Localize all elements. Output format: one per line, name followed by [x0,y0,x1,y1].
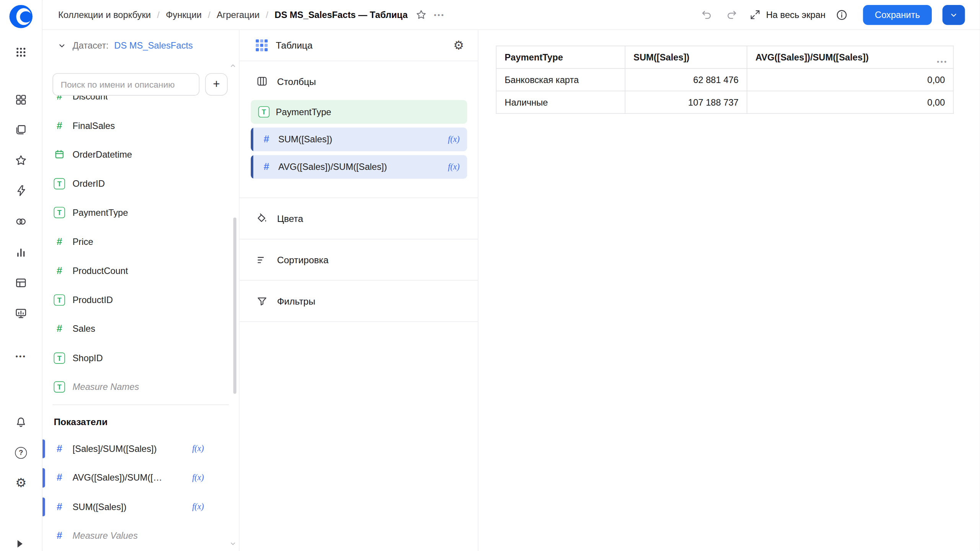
measure-field-icon: # [54,443,65,454]
measure-row[interactable]: # SUM([Sales]) f(x) [42,492,239,521]
save-button[interactable]: Сохранить [863,5,932,24]
dataset-collapse-icon[interactable] [57,41,67,51]
datalens-app: ••• ? ⚙ Коллекции и воркбуки / Функции /… [0,0,980,551]
undo-icon[interactable] [698,6,715,24]
field-row-price[interactable]: # Price [42,227,239,256]
apps-grid-icon[interactable] [11,43,30,61]
favorite-star-icon[interactable] [413,6,430,24]
measure-name: AVG([Sales])/SUM([… [72,473,162,483]
formula-icon[interactable]: f(x) [192,502,204,512]
tables-icon[interactable] [11,274,30,292]
formula-icon[interactable]: f(x) [192,443,204,453]
fullscreen-button[interactable]: На весь экран [748,6,825,24]
chart-preview-area: PaymentType SUM([Sales]) AVG([Sales])/SU… [479,30,980,551]
columns-icon [256,75,268,88]
table-row: Наличные 107 188 737 0,00 [496,91,953,114]
datalens-logo-icon[interactable] [10,5,33,28]
cell-sum: 107 188 737 [625,91,747,114]
breadcrumb-separator: / [266,10,268,20]
settings-icon[interactable]: ⚙ [11,474,30,491]
breadcrumb-separator: / [208,10,211,20]
filters-section[interactable]: Фильтры [240,280,478,322]
chip-label: PaymentType [276,107,331,117]
measure-row-measure-values[interactable]: # Measure Values [42,521,239,550]
monitoring-icon[interactable] [11,305,30,322]
redo-icon[interactable] [723,6,741,24]
column-header[interactable]: AVG([Sales])/SUM([Sales]) [747,46,953,68]
chip-avg-sum-sales[interactable]: # AVG([Sales])/SUM([Sales]) f(x) [251,155,467,179]
colors-section[interactable]: Цвета [240,198,478,240]
measure-name: [Sales]/SUM([Sales]) [72,443,157,453]
field-search-row: + [42,61,239,96]
measure-row[interactable]: # [Sales]/SUM([Sales]) f(x) [42,434,239,463]
number-field-icon: # [54,120,65,131]
scroll-up-icon[interactable] [230,62,237,69]
field-row-orderdatetime[interactable]: OrderDatetime [42,140,239,169]
editor-icon[interactable] [11,182,30,199]
breadcrumb-item[interactable]: Коллекции и воркбуки [58,10,151,20]
text-field-icon: T [258,106,270,117]
chip-sum-sales[interactable]: # SUM([Sales]) f(x) [251,127,467,151]
visualization-header[interactable]: Таблица ⚙ [240,30,478,61]
colors-icon [256,212,268,225]
topbar: Коллекции и воркбуки / Функции / Агрегац… [42,0,980,30]
field-row-finalsales[interactable]: # FinalSales [42,111,239,140]
field-row-shopid[interactable]: T ShopID [42,344,239,373]
field-row-sales[interactable]: # Sales [42,315,239,344]
measure-accent-bar [42,497,45,517]
cell-avg-ratio: 0,00 [747,91,953,114]
charts-icon[interactable] [11,243,30,261]
breadcrumb-item[interactable]: Агрегации [217,10,260,20]
formula-icon[interactable]: f(x) [192,473,204,483]
columns-section-label: Столбцы [277,76,316,86]
field-name: OrderDatetime [72,150,132,160]
visualization-panel: Таблица ⚙ Столбцы T PaymentType # SUM([S… [240,30,479,551]
field-search-input[interactable] [52,73,199,96]
scroll-down-icon[interactable] [230,540,237,547]
text-field-icon: T [54,352,65,364]
column-header[interactable]: SUM([Sales]) [625,46,747,68]
field-name: Sales [72,324,95,334]
text-field-icon: T [54,207,65,218]
relations-icon[interactable] [11,212,30,230]
entry-menu-icon[interactable]: ••• [434,11,445,19]
breadcrumb-separator: / [157,10,160,20]
add-field-button[interactable]: + [205,73,228,96]
measure-field-icon: # [261,134,272,145]
measure-row[interactable]: # AVG([Sales])/SUM([… f(x) [42,463,239,492]
more-icon[interactable]: ••• [11,347,30,365]
sorting-icon [256,253,268,266]
info-icon[interactable] [833,6,851,24]
notifications-icon[interactable] [11,413,30,431]
sorting-section-label: Сортировка [277,254,328,265]
chip-paymenttype[interactable]: T PaymentType [251,100,467,124]
breadcrumb-item[interactable]: Функции [166,10,201,20]
dataset-name-link[interactable]: DS MS_SalesFacts [114,41,193,51]
column-header[interactable]: PaymentType [496,46,625,68]
collapse-arrow-icon[interactable] [18,540,23,548]
collections-icon[interactable] [11,121,30,138]
cell-paymenttype: Наличные [496,91,625,114]
field-row-discount[interactable]: # Discount [42,96,239,111]
field-row-orderid[interactable]: T OrderID [42,169,239,198]
formula-icon[interactable]: f(x) [448,134,460,144]
dashboards-icon[interactable] [11,91,30,108]
visualization-title: Таблица [276,40,312,51]
text-field-icon: T [54,178,65,189]
measures-list: # [Sales]/SUM([Sales]) f(x) # AVG([Sales… [42,434,239,551]
save-dropdown-button[interactable] [942,5,965,24]
viz-settings-gear-icon[interactable]: ⚙ [453,39,464,51]
field-row-measure-names[interactable]: T Measure Names [42,373,239,402]
fields-scrollbar[interactable] [233,217,236,394]
table-options-icon[interactable]: ••• [937,58,948,66]
field-row-productcount[interactable]: # ProductCount [42,256,239,285]
favorites-icon[interactable] [11,151,30,169]
measure-name: Measure Values [72,531,137,541]
measure-accent-bar [42,439,45,458]
measure-field-icon: # [261,161,272,172]
sorting-section[interactable]: Сортировка [240,240,478,281]
field-row-productid[interactable]: T ProductID [42,285,239,315]
formula-icon[interactable]: f(x) [448,162,460,172]
field-row-paymenttype[interactable]: T PaymentType [42,198,239,227]
help-icon[interactable]: ? [11,444,30,461]
